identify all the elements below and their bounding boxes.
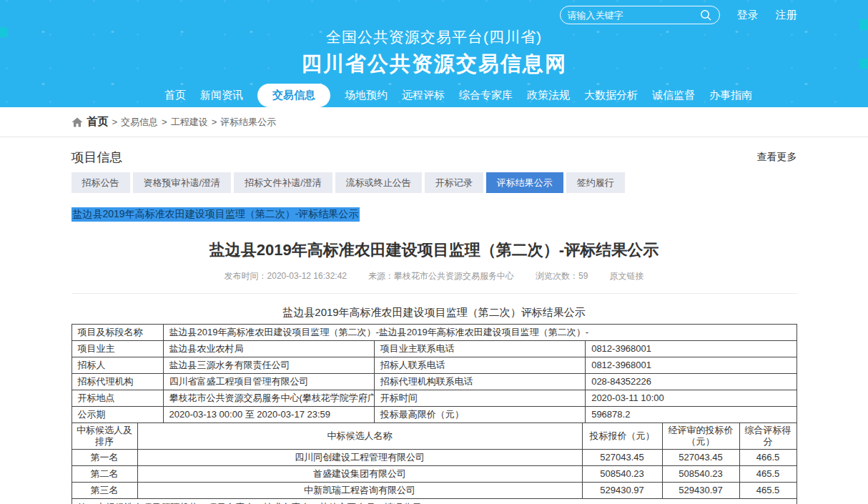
tab-contract-performance[interactable]: 签约履行 <box>566 172 625 193</box>
evaluated-price-cell: 508540.23 <box>662 466 739 483</box>
tab-tender-doc-addendum[interactable]: 招标文件补遗/澄清 <box>234 172 332 193</box>
table-header-row: 中标候选人及排序 中标候选人名称 投标报价（元） 经评审的投标价（元） 综合评标… <box>71 423 797 450</box>
nav-item-policies[interactable]: 政策法规 <box>527 89 570 102</box>
register-link[interactable]: 注册 <box>776 9 797 22</box>
value-cell: 0812-3968001 <box>586 357 797 374</box>
candidate-name-cell: 中新凯瑞工程咨询有限公司 <box>137 483 582 499</box>
value-cell: 盐边县三源水务有限责任公司 <box>163 357 374 374</box>
breadcrumb: 首页 > 交易信息 > 工程建设 > 评标结果公示 <box>71 107 797 137</box>
project-info-table: 项目及标段名称 盐边县2019年高标准农田建设项目监理（第二次）-盐边县2019… <box>71 324 797 423</box>
partial-row-text: 第一中标候选人项目管理机构（项目负责人、技术负责人、其他主要人员）情况公示 <box>71 499 797 504</box>
result-table-caption: 盐边县2019年高标准农田建设项目监理（第二次）评标结果公示 <box>71 306 797 320</box>
search-box[interactable] <box>560 6 720 24</box>
candidate-name-cell: 首盛建设集团有限公司 <box>137 466 582 483</box>
breadcrumb-trade-info[interactable]: 交易信息 <box>121 116 158 129</box>
tab-failed-or-terminated[interactable]: 流标或终止公告 <box>335 172 422 193</box>
breadcrumb-engineering[interactable]: 工程建设 <box>171 116 208 129</box>
header-top-row: 登录 注册 <box>71 0 797 24</box>
article-meta: 发布时间：2020-03-12 16:32:42 来源：攀枝花市公共资源交易服务… <box>71 270 797 282</box>
header-cell: 中标候选人及排序 <box>71 423 137 450</box>
score-cell: 465.5 <box>739 483 797 499</box>
nav-item-remote-evaluation[interactable]: 远程评标 <box>402 89 445 102</box>
value-cell: 028-84352226 <box>586 374 797 390</box>
bid-price-cell: 527043.45 <box>582 450 662 466</box>
value-cell: 2020-03-11 10:00 <box>586 390 797 407</box>
nav-item-guide[interactable]: 办事指南 <box>709 89 752 102</box>
announcement-link-selected[interactable]: 盐边县2019年高标准农田建设项目监理（第二次）-评标结果公示 <box>71 207 360 222</box>
partial-row-table: 第一中标候选人项目管理机构（项目负责人、技术负责人、其他主要人员）情况公示 <box>71 498 797 504</box>
nav-item-venue-booking[interactable]: 场地预约 <box>345 89 388 102</box>
candidate-name-cell: 四川同创建设工程管理有限公司 <box>137 450 582 466</box>
breadcrumb-separator: > <box>212 117 217 127</box>
nav-item-big-data[interactable]: 大数据分析 <box>584 89 638 102</box>
label-cell: 招标人 <box>71 357 163 374</box>
tab-bid-opening-record[interactable]: 开标记录 <box>425 172 483 193</box>
nav-item-home[interactable]: 首页 <box>164 89 186 102</box>
login-link[interactable]: 登录 <box>737 9 759 22</box>
search-input[interactable] <box>568 10 700 21</box>
view-more-link[interactable]: 查看更多 <box>757 151 797 164</box>
rank-cell: 第三名 <box>71 483 137 499</box>
site-header: 登录 注册 全国公共资源交易平台(四川省) 四川省公共资源交易信息网 首页 新闻… <box>0 0 868 107</box>
nav-item-integrity[interactable]: 诚信监督 <box>652 89 695 102</box>
divider <box>71 293 797 294</box>
bid-price-cell: 508540.23 <box>582 466 662 483</box>
label-cell: 公示期 <box>71 407 163 423</box>
rank-cell: 第一名 <box>71 450 137 466</box>
main-content: 项目信息 查看更多 招标公告 资格预审补遗/澄清 招标文件补遗/澄清 流标或终止… <box>71 149 797 504</box>
breadcrumb-home[interactable]: 首页 <box>87 115 109 129</box>
header-cell: 综合评标得分 <box>739 423 797 450</box>
header-cell: 经评审的投标价（元） <box>662 423 739 450</box>
value-cell: 2020-03-13 00:00 至 2020-03-17 23:59 <box>163 407 374 423</box>
breadcrumb-separator: > <box>112 117 118 127</box>
table-row: 项目业主 盐边县农业农村局 项目业主联系电话 0812-3968001 <box>71 341 797 357</box>
tab-prequalification-addendum[interactable]: 资格预审补遗/澄清 <box>133 172 232 193</box>
publish-time: 发布时间：2020-03-12 16:32:42 <box>225 270 347 282</box>
breadcrumb-separator: > <box>162 117 167 127</box>
search-icon[interactable] <box>700 9 712 21</box>
nav-item-news[interactable]: 新闻资讯 <box>200 89 243 102</box>
value-cell: 596878.2 <box>586 407 797 423</box>
nav-item-trade-info[interactable]: 交易信息 <box>257 84 330 107</box>
tab-tender-announcement[interactable]: 招标公告 <box>71 172 130 193</box>
article-title: 盐边县2019年高标准农田建设项目监理（第二次）-评标结果公示 <box>71 239 797 261</box>
label-cell: 投标最高限价（元） <box>374 407 585 423</box>
evaluated-price-cell: 529430.97 <box>662 483 739 499</box>
home-icon <box>71 117 83 128</box>
table-row: 项目及标段名称 盐边县2019年高标准农田建设项目监理（第二次）-盐边县2019… <box>71 325 797 341</box>
breadcrumb-current: 评标结果公示 <box>220 116 276 129</box>
value-cell: 四川省富盛工程项目管理有限公司 <box>163 374 374 390</box>
rank-cell: 第二名 <box>71 466 137 483</box>
header-cell: 投标报价（元） <box>582 423 662 450</box>
article-source: 来源：攀枝花市公共资源交易服务中心 <box>368 270 514 282</box>
score-cell: 465.5 <box>739 466 797 483</box>
view-count: 浏览次数：59 <box>536 270 588 282</box>
decor-square <box>859 59 868 69</box>
tab-evaluation-result[interactable]: 评标结果公示 <box>486 172 563 193</box>
project-tabs: 招标公告 资格预审补遗/澄清 招标文件补遗/澄清 流标或终止公告 开标记录 评标… <box>71 172 797 193</box>
table-row: 招标代理机构 四川省富盛工程项目管理有限公司 招标代理机构联系电话 028-84… <box>71 374 797 390</box>
candidates-table: 中标候选人及排序 中标候选人名称 投标报价（元） 经评审的投标价（元） 综合评标… <box>71 423 797 499</box>
nav-item-expert-pool[interactable]: 综合专家库 <box>459 89 513 102</box>
table-row: 开标地点 攀枝花市公共资源交易服务中心(攀枝花学院学府广场2号楼3楼) 开标时间… <box>71 390 797 407</box>
main-nav: 首页 新闻资讯 交易信息 场地预约 远程评标 综合专家库 政策法规 大数据分析 … <box>102 79 766 112</box>
value-cell: 0812-3968001 <box>586 341 797 357</box>
decor-square <box>859 19 868 30</box>
label-cell: 招标代理机构联系电话 <box>374 374 585 390</box>
decor-square <box>0 27 7 37</box>
table-row: 公示期 2020-03-13 00:00 至 2020-03-17 23:59 … <box>71 407 797 423</box>
label-cell: 招标代理机构 <box>71 374 163 390</box>
label-cell: 开标时间 <box>374 390 585 407</box>
table-row: 招标人 盐边县三源水务有限责任公司 招标人联系电话 0812-3968001 <box>71 357 797 374</box>
header-cell: 中标候选人名称 <box>137 423 582 450</box>
original-link[interactable]: 原文链接 <box>609 270 643 282</box>
table-row: 第三名 中新凯瑞工程咨询有限公司 529430.97 529430.97 465… <box>71 483 797 499</box>
label-cell: 项目业主联系电话 <box>374 341 585 357</box>
label-cell: 招标人联系电话 <box>374 357 585 374</box>
label-cell: 项目业主 <box>71 341 163 357</box>
section-title: 项目信息 <box>71 149 123 166</box>
table-row: 第一中标候选人项目管理机构（项目负责人、技术负责人、其他主要人员）情况公示 <box>71 499 797 504</box>
value-cell: 盐边县农业农村局 <box>163 341 374 357</box>
value-cell: 攀枝花市公共资源交易服务中心(攀枝花学院学府广场2号楼3楼) <box>163 390 374 407</box>
bid-price-cell: 529430.97 <box>582 483 662 499</box>
